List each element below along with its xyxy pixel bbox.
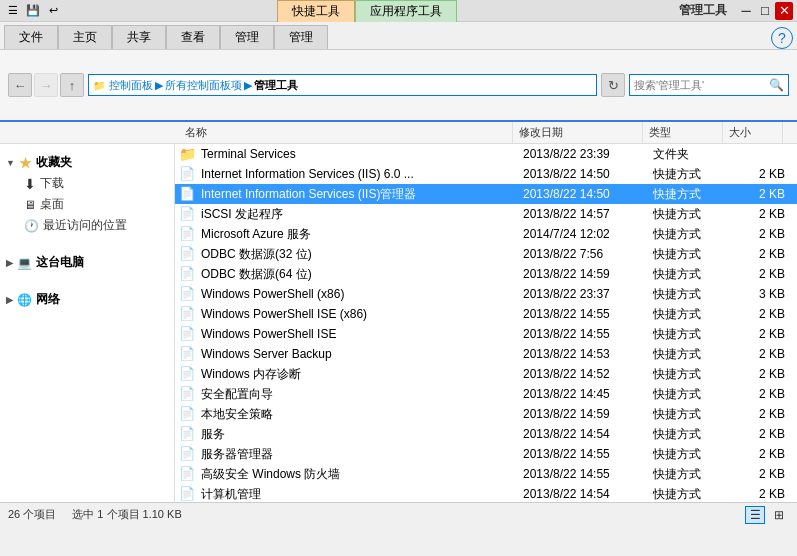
table-row[interactable]: 📄Internet Information Services (IIS)管理器2… <box>175 184 797 204</box>
file-size: 2 KB <box>733 347 793 361</box>
arrow-network: ▶ <box>6 295 13 305</box>
tab-view[interactable]: 查看 <box>166 25 220 49</box>
sidebar-item-desktop[interactable]: 🖥 桌面 <box>0 194 174 215</box>
shortcut-icon: 📄 <box>179 186 197 202</box>
file-type: 快捷方式 <box>653 466 733 483</box>
up-btn[interactable]: ↑ <box>60 73 84 97</box>
shortcut-icon: 📄 <box>179 266 197 282</box>
table-row[interactable]: 📄Microsoft Azure 服务2014/7/24 12:02快捷方式2 … <box>175 224 797 244</box>
ribbon-tabs: 文件 主页 共享 查看 管理 管理 ? <box>0 22 797 50</box>
file-type: 快捷方式 <box>653 446 733 463</box>
details-view-btn[interactable]: ☰ <box>745 506 765 524</box>
file-name: Windows 内存诊断 <box>201 366 523 383</box>
view-controls: ☰ ⊞ <box>745 506 789 524</box>
sidebar-item-downloads[interactable]: ⬇ 下载 <box>0 173 174 194</box>
forward-btn[interactable]: → <box>34 73 58 97</box>
file-size: 2 KB <box>733 187 793 201</box>
col-date[interactable]: 修改日期 <box>513 122 643 143</box>
folder-address-icon: 📁 <box>93 80 105 91</box>
address-bar[interactable]: 📁 控制面板 ▶ 所有控制面板项 ▶ 管理工具 <box>88 74 597 96</box>
table-row[interactable]: 📄Windows Server Backup2013/8/22 14:53快捷方… <box>175 344 797 364</box>
breadcrumb-part2[interactable]: 所有控制面板项 <box>165 78 242 93</box>
menu-icon[interactable]: ☰ <box>4 2 22 20</box>
search-bar[interactable]: 🔍 <box>629 74 789 96</box>
file-size: 2 KB <box>733 367 793 381</box>
quick-access-toolbar: ☰ 💾 ↩ 快捷工具 应用程序工具 管理工具 ─ □ ✕ <box>0 0 797 22</box>
sidebar-header-favorites[interactable]: ▼ ★ 收藏夹 <box>0 152 174 173</box>
tab-quick-tools[interactable]: 快捷工具 <box>277 0 355 22</box>
downloads-label: 下载 <box>40 175 64 192</box>
table-row[interactable]: 📄iSCSI 发起程序2013/8/22 14:57快捷方式2 KB <box>175 204 797 224</box>
table-row[interactable]: 📄ODBC 数据源(32 位)2013/8/22 7:56快捷方式2 KB <box>175 244 797 264</box>
table-row[interactable]: 📄安全配置向导2013/8/22 14:45快捷方式2 KB <box>175 384 797 404</box>
table-row[interactable]: 📄Windows PowerShell ISE (x86)2013/8/22 1… <box>175 304 797 324</box>
favorites-label: 收藏夹 <box>36 154 72 171</box>
file-date: 2013/8/22 14:55 <box>523 467 653 481</box>
file-size: 2 KB <box>733 307 793 321</box>
save-quick-btn[interactable]: 💾 <box>24 2 42 20</box>
breadcrumb-part1[interactable]: 控制面板 <box>109 78 153 93</box>
table-row[interactable]: 📁Terminal Services2013/8/22 23:39文件夹 <box>175 144 797 164</box>
file-date: 2013/8/22 14:55 <box>523 447 653 461</box>
recent-icon: 🕐 <box>24 219 39 233</box>
table-row[interactable]: 📄Windows PowerShell (x86)2013/8/22 23:37… <box>175 284 797 304</box>
file-size: 2 KB <box>733 467 793 481</box>
pc-icon: 💻 <box>17 256 32 270</box>
file-size: 2 KB <box>733 207 793 221</box>
table-row[interactable]: 📄Windows 内存诊断2013/8/22 14:52快捷方式2 KB <box>175 364 797 384</box>
tab-file[interactable]: 文件 <box>4 25 58 49</box>
file-type: 快捷方式 <box>653 366 733 383</box>
arrow-favorites: ▼ <box>6 158 15 168</box>
file-size: 2 KB <box>733 427 793 441</box>
file-size: 2 KB <box>733 227 793 241</box>
file-date: 2013/8/22 14:59 <box>523 407 653 421</box>
tab-share[interactable]: 共享 <box>112 25 166 49</box>
close-btn[interactable]: ✕ <box>775 2 793 20</box>
table-row[interactable]: 📄本地安全策略2013/8/22 14:59快捷方式2 KB <box>175 404 797 424</box>
table-row[interactable]: 📄Windows PowerShell ISE2013/8/22 14:55快捷… <box>175 324 797 344</box>
shortcut-icon: 📄 <box>179 326 197 342</box>
shortcut-icon: 📄 <box>179 226 197 242</box>
refresh-btn[interactable]: ↻ <box>601 73 625 97</box>
selected-info: 选中 1 个项目 1.10 KB <box>72 507 181 522</box>
col-name[interactable]: 名称 <box>0 122 513 143</box>
download-icon: ⬇ <box>24 176 36 192</box>
file-date: 2013/8/22 14:55 <box>523 327 653 341</box>
shortcut-icon: 📄 <box>179 446 197 462</box>
file-type: 快捷方式 <box>653 306 733 323</box>
file-name: 服务 <box>201 426 523 443</box>
sidebar-item-recent[interactable]: 🕐 最近访问的位置 <box>0 215 174 236</box>
file-date: 2013/8/22 14:50 <box>523 167 653 181</box>
file-type: 快捷方式 <box>653 346 733 363</box>
file-list: 📁Terminal Services2013/8/22 23:39文件夹📄Int… <box>175 144 797 502</box>
maximize-btn[interactable]: □ <box>756 2 774 20</box>
col-type[interactable]: 类型 <box>643 122 723 143</box>
help-btn[interactable]: ? <box>771 27 793 49</box>
file-type: 快捷方式 <box>653 386 733 403</box>
table-row[interactable]: 📄服务器管理器2013/8/22 14:55快捷方式2 KB <box>175 444 797 464</box>
undo-quick-btn[interactable]: ↩ <box>44 2 62 20</box>
table-row[interactable]: 📄计算机管理2013/8/22 14:54快捷方式2 KB <box>175 484 797 502</box>
file-name: 服务器管理器 <box>201 446 523 463</box>
tab-app-tools[interactable]: 应用程序工具 <box>355 0 457 22</box>
sidebar: ▼ ★ 收藏夹 ⬇ 下载 🖥 桌面 🕐 最近访问的位置 ▶ 💻 这 <box>0 144 175 502</box>
tab-home[interactable]: 主页 <box>58 25 112 49</box>
table-row[interactable]: 📄ODBC 数据源(64 位)2013/8/22 14:59快捷方式2 KB <box>175 264 797 284</box>
table-row[interactable]: 📄服务2013/8/22 14:54快捷方式2 KB <box>175 424 797 444</box>
tab-manage1[interactable]: 管理 <box>220 25 274 49</box>
file-date: 2013/8/22 14:55 <box>523 307 653 321</box>
file-type: 快捷方式 <box>653 206 733 223</box>
tab-manage2[interactable]: 管理 <box>274 25 328 49</box>
search-input[interactable] <box>634 79 769 91</box>
sidebar-header-network[interactable]: ▶ 🌐 网络 <box>0 289 174 310</box>
table-row[interactable]: 📄Internet Information Services (IIS) 6.0… <box>175 164 797 184</box>
back-btn[interactable]: ← <box>8 73 32 97</box>
large-icons-view-btn[interactable]: ⊞ <box>769 506 789 524</box>
table-row[interactable]: 📄高级安全 Windows 防火墙2013/8/22 14:55快捷方式2 KB <box>175 464 797 484</box>
minimize-btn[interactable]: ─ <box>737 2 755 20</box>
file-date: 2013/8/22 14:54 <box>523 427 653 441</box>
file-name: Windows PowerShell (x86) <box>201 287 523 301</box>
file-type: 快捷方式 <box>653 486 733 503</box>
sidebar-header-thispc[interactable]: ▶ 💻 这台电脑 <box>0 252 174 273</box>
col-size[interactable]: 大小 <box>723 122 783 143</box>
